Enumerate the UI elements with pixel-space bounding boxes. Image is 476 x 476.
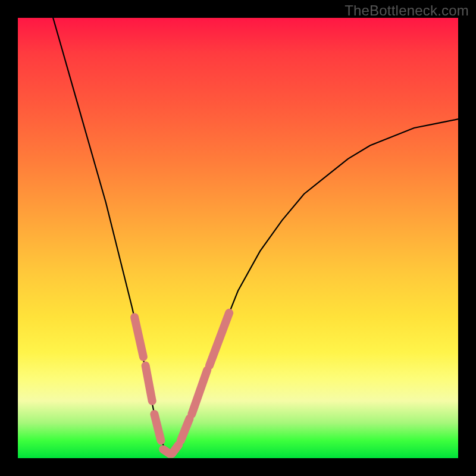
curve-svg bbox=[18, 18, 458, 458]
bottleneck-curve bbox=[53, 18, 458, 454]
overlay-trough-right bbox=[172, 445, 178, 454]
chart-frame: TheBottleneck.com bbox=[0, 0, 476, 476]
overlay-left-upper bbox=[134, 317, 143, 357]
overlay-left-mid bbox=[146, 366, 152, 401]
overlay-right-mid bbox=[192, 370, 207, 414]
watermark-text: TheBottleneck.com bbox=[345, 2, 469, 19]
overlay-segments bbox=[134, 313, 229, 454]
overlay-left-lower bbox=[154, 414, 161, 440]
plot-area bbox=[18, 18, 458, 458]
overlay-right-lower bbox=[181, 418, 190, 440]
overlay-right-upper bbox=[209, 313, 229, 366]
